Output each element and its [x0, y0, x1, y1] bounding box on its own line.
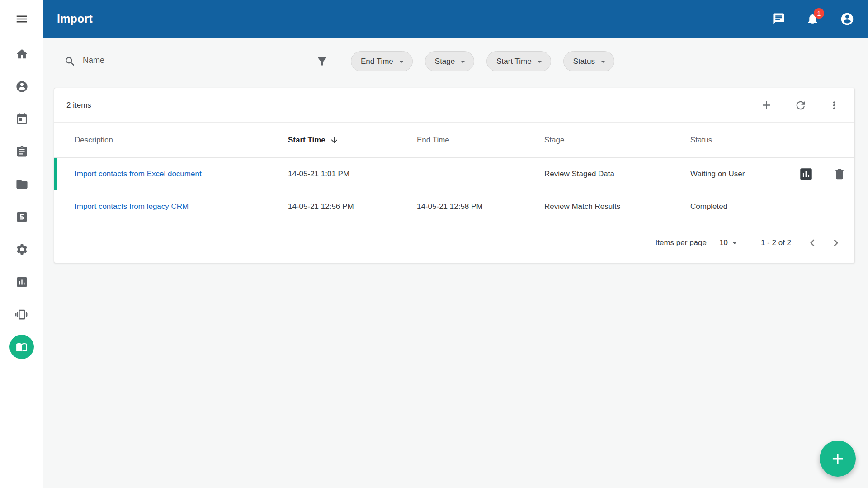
settings-gear-icon	[15, 243, 28, 256]
column-header-start-time[interactable]: Start Time	[288, 135, 417, 145]
chip-label: Stage	[435, 57, 455, 66]
paginator: Items per page 10 1 - 2 of 2	[54, 223, 854, 263]
chevron-right-icon	[829, 236, 843, 250]
vibration-icon	[15, 308, 28, 321]
next-page-button[interactable]	[829, 236, 843, 250]
home-icon	[15, 47, 28, 61]
sidebar-nav	[0, 38, 43, 363]
dropdown-arrow-icon	[534, 56, 545, 67]
app-root: Import 1	[0, 0, 868, 488]
more-vert-kebab-icon	[828, 99, 840, 111]
previous-page-button[interactable]	[806, 236, 819, 250]
filter-chip-end-time[interactable]: End Time	[351, 51, 413, 71]
row-delete-button[interactable]	[833, 167, 846, 181]
refresh-icon	[794, 99, 807, 112]
import-contacts-book-icon	[16, 341, 28, 353]
menu-button[interactable]	[15, 12, 28, 26]
account-menu-button[interactable]	[840, 12, 854, 26]
filter-chip-start-time[interactable]: Start Time	[486, 51, 551, 71]
sidebar-item-settings[interactable]	[0, 233, 43, 265]
filter-button[interactable]	[316, 55, 328, 67]
avatar-icon	[840, 12, 854, 26]
dropdown-arrow-icon	[729, 237, 740, 248]
row-description: Import contacts from Excel document	[75, 170, 288, 179]
app-bar-actions: 1	[772, 12, 854, 26]
page-size-select[interactable]: 10	[719, 237, 740, 248]
row-start-time: 14-05-21 1:01 PM	[288, 170, 417, 179]
sidebar-item-account[interactable]	[0, 70, 43, 103]
main-area: Import 1	[43, 0, 868, 488]
filter-bar: End Time Stage Start Time Status	[43, 38, 868, 88]
number-5-icon	[15, 210, 28, 223]
row-description: Import contacts from legacy CRM	[75, 202, 288, 211]
hamburger-menu-icon	[15, 12, 28, 26]
page-size-value: 10	[719, 238, 728, 247]
chat-icon	[772, 12, 785, 25]
row-stage: Review Match Results	[544, 202, 690, 211]
sidebar-item-home[interactable]	[0, 38, 43, 70]
sidebar-item-vibration[interactable]	[0, 298, 43, 331]
search-field	[64, 53, 295, 70]
items-count: 2 items	[66, 101, 91, 110]
items-per-page-label: Items per page	[656, 238, 707, 247]
fab-add-button[interactable]	[820, 441, 856, 477]
filter-chip-status[interactable]: Status	[563, 51, 614, 71]
row-stage: Review Staged Data	[544, 170, 690, 179]
import-link[interactable]: Import contacts from legacy CRM	[75, 202, 189, 211]
page-title: Import	[57, 12, 93, 25]
import-link[interactable]: Import contacts from Excel document	[75, 170, 202, 178]
folder-icon	[15, 178, 28, 191]
pager-buttons	[806, 236, 843, 250]
chip-label: Start Time	[496, 57, 531, 66]
column-header-end-time[interactable]: End Time	[417, 136, 544, 145]
more-options-button[interactable]	[828, 99, 840, 111]
import-table-card: 2 items Description	[54, 88, 855, 263]
filter-chips: End Time Stage Start Time Status	[351, 51, 614, 71]
table-row[interactable]: Import contacts from legacy CRM 14-05-21…	[54, 190, 854, 223]
chat-button[interactable]	[772, 12, 785, 25]
row-actions	[766, 166, 846, 182]
card-toolbar: 2 items	[54, 88, 854, 123]
account-icon	[15, 80, 28, 93]
row-start-time: 14-05-21 12:56 PM	[288, 202, 417, 211]
add-plus-icon	[760, 99, 773, 112]
dropdown-arrow-icon	[396, 56, 407, 67]
sidebar-item-five[interactable]	[0, 200, 43, 233]
page-range-label: 1 - 2 of 2	[761, 238, 791, 247]
add-plus-icon	[829, 450, 846, 467]
filter-chip-stage[interactable]: Stage	[425, 51, 474, 71]
sidebar-item-calendar[interactable]	[0, 103, 43, 135]
notifications-button[interactable]: 1	[806, 12, 819, 25]
chip-label: End Time	[361, 57, 393, 66]
dropdown-arrow-icon	[458, 56, 468, 67]
chip-label: Status	[573, 57, 595, 66]
trash-delete-icon	[833, 167, 846, 181]
active-item-indicator	[9, 335, 34, 359]
search-input[interactable]	[82, 53, 295, 70]
refresh-button[interactable]	[794, 99, 807, 112]
row-end-time: 14-05-21 12:58 PM	[417, 202, 544, 211]
sidebar	[0, 0, 43, 488]
table-row[interactable]: Import contacts from Excel document 14-0…	[54, 158, 854, 190]
column-header-stage[interactable]: Stage	[544, 136, 690, 145]
notification-badge: 1	[814, 8, 824, 19]
sidebar-item-tasks[interactable]	[0, 135, 43, 168]
chart-button-icon	[798, 166, 814, 182]
search-icon	[64, 56, 76, 67]
sidebar-item-files[interactable]	[0, 168, 43, 200]
menu-area	[0, 0, 43, 38]
row-chart-button[interactable]	[798, 166, 814, 182]
chevron-left-icon	[806, 236, 819, 250]
add-button[interactable]	[760, 99, 773, 112]
tasks-clipboard-icon	[15, 145, 28, 158]
toolbar-actions	[760, 99, 840, 112]
dropdown-arrow-icon	[598, 56, 609, 67]
filter-funnel-icon	[316, 55, 328, 67]
column-header-status[interactable]: Status	[690, 136, 766, 145]
column-header-description[interactable]: Description	[75, 136, 288, 145]
sidebar-item-reports[interactable]	[0, 265, 43, 298]
app-bar: Import 1	[43, 0, 868, 38]
sidebar-item-import[interactable]	[0, 331, 43, 363]
sort-descending-arrow-icon	[330, 135, 339, 145]
row-status: Completed	[690, 202, 766, 211]
